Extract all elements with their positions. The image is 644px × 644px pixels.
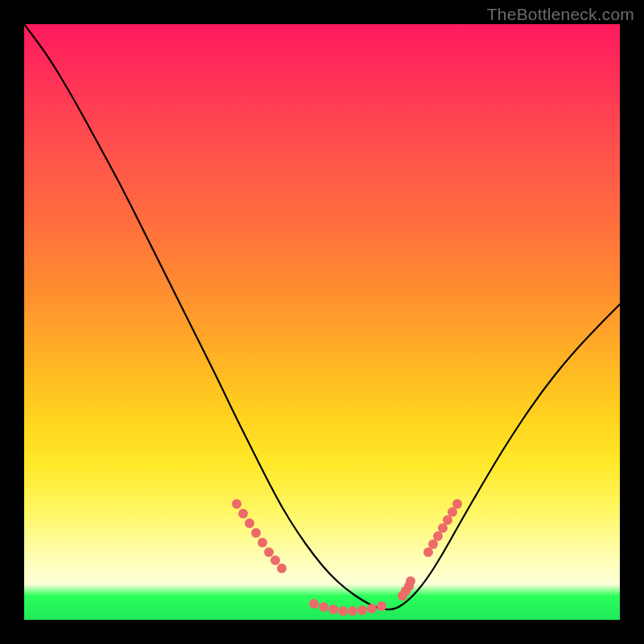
curve-marker — [357, 605, 367, 615]
curve-marker — [377, 601, 386, 611]
curve-marker — [338, 606, 348, 616]
curve-marker — [232, 499, 242, 509]
curve-marker — [258, 538, 267, 547]
curve-marker — [452, 499, 462, 509]
curve-marker — [328, 605, 338, 614]
curve-marker — [270, 555, 280, 565]
watermark-text: TheBottleneck.com — [487, 5, 634, 24]
curve-marker — [264, 547, 274, 557]
curve-marker — [438, 523, 448, 533]
bottleneck-curve — [24, 24, 620, 609]
curve-svg — [24, 24, 620, 620]
plot-area — [24, 24, 620, 620]
curve-marker — [245, 518, 254, 528]
curve-marker — [277, 564, 287, 573]
curve-marker — [433, 531, 443, 541]
curve-marker — [348, 606, 357, 616]
curve-marker — [443, 515, 452, 525]
curve-marker — [309, 599, 319, 609]
curve-marker — [406, 576, 415, 586]
curve-marker — [448, 507, 457, 517]
curve-marker — [319, 602, 328, 612]
curve-marker — [251, 528, 261, 538]
outer-frame: TheBottleneck.com — [0, 0, 644, 644]
marker-group — [232, 499, 462, 616]
curve-marker — [367, 604, 377, 613]
curve-marker — [428, 539, 438, 549]
curve-marker — [423, 547, 433, 557]
curve-marker — [238, 509, 248, 518]
